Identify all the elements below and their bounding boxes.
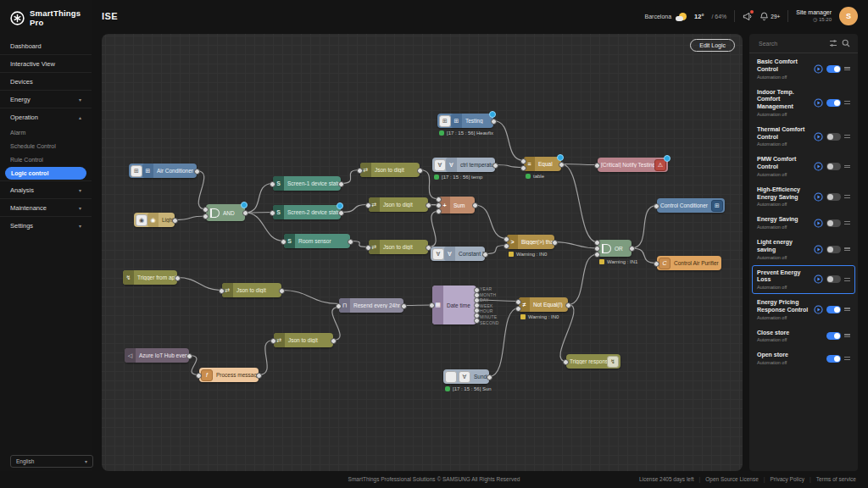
port-in[interactable] xyxy=(219,288,225,294)
port-in[interactable] xyxy=(520,158,526,164)
port-out[interactable] xyxy=(482,252,488,258)
port-in[interactable] xyxy=(520,165,526,171)
node-json2[interactable]: ⇄Json to digit xyxy=(369,197,428,212)
rule-item[interactable]: Energy SavingAutomation off xyxy=(752,212,855,234)
open-source-license-link[interactable]: Open Source License xyxy=(705,476,759,482)
play-button[interactable] xyxy=(814,305,823,314)
node-and[interactable]: AND xyxy=(206,204,245,221)
play-button[interactable] xyxy=(814,274,823,284)
logic-canvas[interactable]: ⊞⊞Air Conditioner◉◉LightANDSScreen-1 dev… xyxy=(102,34,743,471)
drag-handle-icon[interactable] xyxy=(844,247,850,251)
rule-item[interactable]: Close storeAutomation off xyxy=(752,325,855,347)
drag-handle-icon[interactable] xyxy=(844,334,850,337)
sidebar-item-interactive-view[interactable]: Interactive View xyxy=(0,54,92,72)
play-button[interactable] xyxy=(814,162,823,171)
port-out[interactable] xyxy=(186,353,192,359)
rule-toggle[interactable] xyxy=(826,65,841,73)
port-out[interactable] xyxy=(172,218,178,224)
port-in[interactable] xyxy=(336,303,342,309)
rule-item[interactable]: Indoor Temp. Comfort ManagementAutomatio… xyxy=(752,85,855,121)
port-out[interactable] xyxy=(474,318,480,324)
rule-toggle[interactable] xyxy=(826,163,841,170)
rule-item[interactable]: High-Efficiency Energy SavingAutomation … xyxy=(752,182,855,212)
sidebar-item-schedule-control[interactable]: Schedule Control xyxy=(0,139,92,152)
port-in[interactable] xyxy=(515,306,521,312)
port-in[interactable] xyxy=(594,240,600,246)
node-conditioner[interactable]: Control Conditioner⊞ xyxy=(657,198,725,213)
sidebar-item-dashboard[interactable]: Dashboard xyxy=(0,37,92,54)
sidebar-item-analysis[interactable]: Analysis▾ xyxy=(0,180,92,198)
node-light[interactable]: ◉◉Light xyxy=(134,213,175,227)
port-out[interactable] xyxy=(487,374,492,380)
port-in[interactable] xyxy=(365,202,371,208)
port-out[interactable] xyxy=(194,169,200,175)
terms-of-service-link[interactable]: Terms of service xyxy=(816,476,856,482)
rule-toggle[interactable] xyxy=(826,355,841,363)
port-in[interactable] xyxy=(270,210,275,216)
announcement-button[interactable] xyxy=(743,12,752,21)
drag-handle-icon[interactable] xyxy=(844,278,850,281)
rule-toggle[interactable] xyxy=(826,306,841,313)
node-sum[interactable]: +Sum xyxy=(439,197,475,214)
rule-item[interactable]: Light energy savingAutomation off xyxy=(752,235,855,264)
port-out[interactable] xyxy=(472,202,478,208)
rule-toggle[interactable] xyxy=(826,332,841,340)
port-in[interactable] xyxy=(281,239,287,245)
port-out[interactable] xyxy=(565,302,571,308)
port-out[interactable] xyxy=(242,210,248,216)
search-input[interactable] xyxy=(757,40,825,47)
port-in[interactable] xyxy=(594,246,600,252)
drag-handle-icon[interactable] xyxy=(844,101,850,104)
port-out[interactable] xyxy=(492,163,498,169)
node-json3[interactable]: ⇄Json to digit xyxy=(369,240,428,254)
port-out[interactable] xyxy=(256,373,262,379)
node-bigger[interactable]: >Bigger(>) than xyxy=(507,235,554,249)
node-or[interactable]: OR xyxy=(598,240,632,257)
port-in[interactable] xyxy=(594,252,600,258)
play-button[interactable] xyxy=(814,64,823,74)
port-out[interactable] xyxy=(559,162,565,168)
port-out[interactable] xyxy=(331,338,337,344)
node-notequal[interactable]: ≠Not Equal(!) xyxy=(519,297,568,312)
port-out[interactable] xyxy=(417,168,423,174)
rule-toggle[interactable] xyxy=(826,246,841,253)
port-in[interactable] xyxy=(436,197,442,202)
node-json5[interactable]: ⇄Json to digit xyxy=(274,333,333,347)
rule-item[interactable]: PMW Comfort ControlAutomation off xyxy=(752,152,855,181)
edit-logic-button[interactable]: Edit Logic xyxy=(690,39,735,52)
port-in[interactable] xyxy=(504,236,509,242)
port-in[interactable] xyxy=(429,302,435,308)
node-equal[interactable]: =Equal xyxy=(524,157,561,171)
rule-toggle[interactable] xyxy=(826,219,841,227)
port-in[interactable] xyxy=(654,261,659,267)
node-azure[interactable]: ◁Azure IoT Hub event xyxy=(125,348,189,363)
port-out[interactable] xyxy=(348,239,353,245)
language-select[interactable]: English ▾ xyxy=(10,455,93,468)
port-in[interactable] xyxy=(436,208,442,214)
avatar[interactable]: S xyxy=(839,7,858,25)
node-screen1[interactable]: SScreen-1 device status xyxy=(273,176,341,191)
port-in[interactable] xyxy=(196,373,202,379)
node-resend[interactable]: ⊓Resend every 24hr xyxy=(339,298,403,313)
port-in[interactable] xyxy=(515,299,521,305)
sidebar-item-devices[interactable]: Devices xyxy=(0,72,92,90)
rule-toggle[interactable] xyxy=(826,193,841,201)
play-button[interactable] xyxy=(814,98,823,108)
port-out[interactable] xyxy=(552,240,558,246)
port-in[interactable] xyxy=(203,214,209,219)
sidebar-item-alarm[interactable]: Alarm xyxy=(0,125,92,139)
drag-handle-icon[interactable] xyxy=(844,308,850,311)
filter-icon[interactable] xyxy=(829,39,837,47)
node-ctrltemp[interactable]: ∀∀ctrl temperature xyxy=(432,158,495,172)
app-logo[interactable]: SmartThings Pro xyxy=(0,0,92,37)
drag-handle-icon[interactable] xyxy=(844,135,850,138)
node-processmsg[interactable]: fProcess message xyxy=(199,368,259,382)
node-screen2[interactable]: SScreen-2 device status xyxy=(273,205,341,219)
node-constant2[interactable]: ∀∀Constant 2 xyxy=(431,247,485,261)
node-datetime[interactable]: ▦Date time xyxy=(432,286,476,324)
sidebar-item-operation[interactable]: Operation▴ xyxy=(0,108,92,125)
port-out[interactable] xyxy=(426,202,431,208)
rule-item[interactable]: Energy Pricing Response ControlAutomatio… xyxy=(752,295,855,324)
drag-handle-icon[interactable] xyxy=(844,195,850,198)
port-in[interactable] xyxy=(203,207,209,213)
